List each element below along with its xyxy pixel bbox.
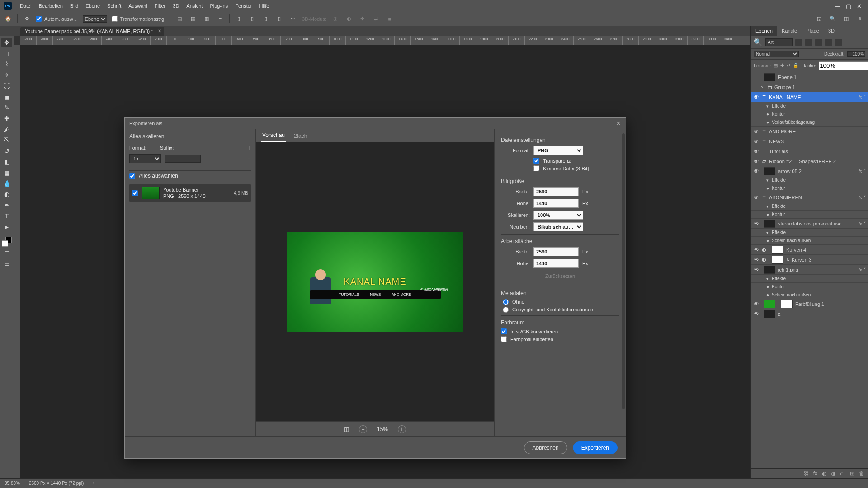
visibility-toggle-icon[interactable]: 👁 — [754, 257, 761, 263]
layer-row[interactable]: ●Schein nach außen — [751, 291, 868, 299]
layer-row[interactable]: Ebene 1 — [751, 72, 868, 82]
layer-row[interactable]: 👁TAND MORE — [751, 127, 868, 136]
visibility-toggle-icon[interactable]: 👁 — [754, 168, 761, 174]
visibility-toggle-icon[interactable]: 👁 — [754, 128, 761, 135]
fx-indicator[interactable]: fx ˅ — [859, 195, 865, 200]
adjustment-layer-icon[interactable]: ◑ — [831, 470, 835, 477]
filter-image-icon[interactable] — [795, 39, 802, 46]
tab-kanaele[interactable]: Kanäle — [777, 26, 802, 36]
add-scale-icon[interactable]: + — [247, 144, 251, 151]
filter-type-icon[interactable] — [815, 39, 822, 46]
dialog-title-bar[interactable]: Exportieren als ✕ — [125, 118, 626, 129]
metadata-none-radio[interactable] — [503, 299, 509, 305]
align-vcenter-icon[interactable]: ▯ — [248, 14, 257, 23]
menu-hilfe[interactable]: Hilfe — [255, 3, 273, 9]
transparency-checkbox[interactable] — [533, 158, 539, 164]
layer-fx-icon[interactable]: fx — [813, 470, 817, 477]
lock-all-icon[interactable]: 🔒 — [793, 63, 798, 69]
layer-row[interactable]: 👁Farbfüllung 1 — [751, 299, 868, 309]
align-left-icon[interactable]: ▤ — [175, 14, 184, 23]
height-input[interactable] — [533, 199, 579, 208]
fx-expand-icon[interactable]: ▾ — [766, 204, 772, 209]
layer-row[interactable]: ▾Effekte — [751, 102, 868, 110]
fx-indicator[interactable]: fx ˅ — [859, 169, 865, 174]
visibility-toggle-icon[interactable]: 👁 — [754, 247, 761, 253]
opacity-input[interactable] — [847, 51, 865, 57]
layer-row[interactable]: 👁TNEWS — [751, 136, 868, 146]
menu-bearbeiten[interactable]: Bearbeiten — [35, 3, 66, 9]
tab-3d[interactable]: 3D — [824, 26, 839, 36]
fx-expand-icon[interactable]: ▾ — [766, 230, 772, 235]
preview-tab-vorschau[interactable]: Vorschau — [261, 129, 286, 142]
home-icon[interactable]: 🏠 — [4, 14, 13, 23]
screen-mode-icon[interactable]: ▭ — [1, 259, 12, 268]
quick-mask-icon[interactable]: ◫ — [1, 249, 12, 258]
layer-row[interactable]: ▾Effekte — [751, 202, 868, 211]
link-layers-icon[interactable]: ⛓ — [803, 470, 809, 477]
layer-row[interactable]: 👁TKANAL NAMEfx ˅ — [751, 92, 868, 102]
frame-tool-icon[interactable]: ▣ — [1, 92, 12, 101]
more-options-icon[interactable]: ⋯ — [288, 14, 297, 23]
dodge-tool-icon[interactable]: ◐ — [1, 190, 12, 199]
align-stretch-v-icon[interactable]: ▯ — [275, 14, 284, 23]
layer-row[interactable]: ●Kontur — [751, 184, 868, 192]
embed-profile-checkbox[interactable] — [501, 336, 507, 342]
lock-pixels-icon[interactable]: ▨ — [774, 63, 778, 69]
align-stretch-h-icon[interactable]: ≡ — [216, 14, 225, 23]
filter-shape-icon[interactable] — [825, 39, 832, 46]
filter-adjust-icon[interactable] — [805, 39, 812, 46]
layer-row[interactable]: 👁◐Kurven 4 — [751, 245, 868, 255]
fx-expand-icon[interactable]: ▾ — [766, 178, 772, 183]
layer-row[interactable]: 👁TABONNIERENfx ˅ — [751, 192, 868, 202]
fx-indicator[interactable]: fx ˅ — [859, 221, 865, 226]
layers-list[interactable]: Ebene 1>🗀Gruppe 1👁TKANAL NAMEfx ˅▾Effekt… — [751, 72, 868, 468]
visibility-toggle-icon[interactable]: 👁 — [754, 301, 761, 307]
tab-pfade[interactable]: Pfade — [802, 26, 824, 36]
layer-row[interactable]: ●Kontur — [751, 283, 868, 291]
new-layer-icon[interactable]: ⊞ — [850, 470, 854, 477]
metadata-copyright-radio[interactable] — [503, 307, 509, 313]
move-tool-icon[interactable]: ✥ — [22, 14, 31, 23]
zoom-in-icon[interactable]: + — [398, 425, 406, 433]
layer-row[interactable]: 👁streamlabs obs personal usefx ˅ — [751, 219, 868, 229]
visibility-toggle-icon[interactable]: 👁 — [754, 311, 761, 317]
status-chevron-icon[interactable]: › — [93, 481, 94, 486]
visibility-toggle-icon[interactable]: 👁 — [754, 194, 761, 201]
align-right-icon[interactable]: ▥ — [202, 14, 211, 23]
scale-factor-select[interactable]: 1x — [129, 154, 161, 163]
gradient-tool-icon[interactable]: ▦ — [1, 168, 12, 177]
wand-tool-icon[interactable]: ✧ — [1, 70, 12, 80]
layer-row[interactable]: 👁ich 1.pngfx ˅ — [751, 265, 868, 275]
type-tool-icon[interactable]: T — [1, 211, 12, 221]
cancel-button[interactable]: Abbrechen — [524, 441, 567, 454]
fx-indicator[interactable]: fx ˅ — [859, 267, 865, 272]
fx-expand-icon[interactable]: ▾ — [766, 104, 772, 108]
preview-tab-2fach[interactable]: 2fach — [293, 130, 308, 142]
canvas-height-input[interactable] — [533, 259, 579, 268]
share-icon[interactable]: ⇪ — [855, 14, 864, 23]
lock-position-icon[interactable]: ✚ — [780, 63, 784, 69]
align-hcenter-icon[interactable]: ▦ — [189, 14, 198, 23]
menu-ansicht[interactable]: Ansicht — [183, 3, 206, 9]
lasso-tool-icon[interactable]: ⌇ — [1, 60, 12, 69]
asset-checkbox[interactable] — [132, 190, 138, 196]
layer-row[interactable]: 👁▱Ribbon #21 - Shapes4FREE 2 — [751, 156, 868, 166]
preview-area[interactable]: KANAL NAME TUTORIALS NEWS AND MORE ↶ ABO… — [256, 142, 494, 421]
menu-3d[interactable]: 3D — [169, 3, 183, 9]
layer-row[interactable]: ●Kontur — [751, 211, 868, 219]
heal-tool-icon[interactable]: ✚ — [1, 114, 12, 123]
eraser-tool-icon[interactable]: ◧ — [1, 157, 12, 166]
visibility-toggle-icon[interactable]: 👁 — [754, 94, 761, 100]
blend-mode-select[interactable]: Normal — [754, 51, 799, 57]
transform-controls-checkbox[interactable] — [112, 16, 118, 22]
color-swatch[interactable] — [2, 237, 12, 247]
scale-select[interactable]: 100% — [533, 211, 583, 220]
pen-tool-icon[interactable]: ✒ — [1, 201, 12, 210]
resample-select[interactable]: Bikubisch au… — [533, 222, 583, 231]
crop-tool-icon[interactable]: ⛶ — [1, 81, 12, 90]
visibility-toggle-icon[interactable]: 👁 — [754, 138, 761, 145]
ruler-vertical[interactable] — [14, 45, 20, 478]
brush-tool-icon[interactable]: 🖌 — [1, 125, 12, 134]
ruler-horizontal[interactable]: -900-800-700-600-500-400-300-200-1000100… — [20, 36, 750, 45]
width-input[interactable] — [533, 187, 579, 196]
